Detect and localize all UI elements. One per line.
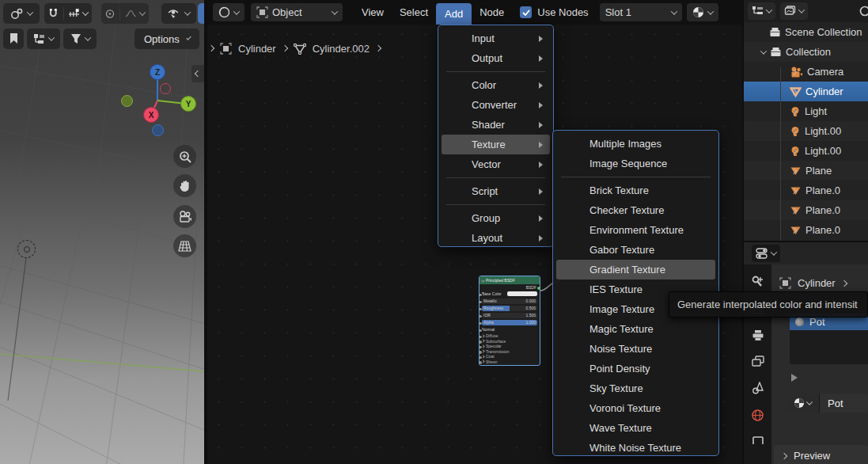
submenu-item-wave-texture[interactable]: Wave Texture [556, 418, 715, 438]
properties-editor[interactable]: Cylinder Pot Pot [744, 242, 868, 464]
pan-button[interactable] [173, 174, 196, 197]
expand-arrow-icon[interactable] [791, 374, 798, 382]
menu-item-converter[interactable]: Converter [442, 95, 550, 115]
node-input-roughness[interactable]: Roughness0.500 [482, 305, 537, 311]
editor-mode-button[interactable] [27, 29, 60, 49]
use-nodes-checkbox[interactable]: Use Nodes [520, 6, 588, 18]
sidebar-toggle-tab[interactable] [191, 65, 204, 82]
menu-view[interactable]: View [354, 6, 392, 18]
zoom-button[interactable] [173, 145, 196, 168]
tab-world-globe-icon[interactable] [751, 409, 764, 422]
menu-add[interactable]: Add [436, 3, 472, 25]
submenu-item-voronoi-texture[interactable]: Voronoi Texture [556, 398, 715, 418]
node-input-base-color[interactable]: Base Color [482, 291, 537, 297]
snapping-button-group[interactable] [44, 3, 92, 24]
tab-scene-icon[interactable] [752, 382, 764, 394]
node-input-ior[interactable]: IOR1.500 [482, 312, 537, 318]
submenu-item-magic-texture[interactable]: Magic Texture [556, 319, 715, 339]
node-output-bsdf[interactable]: BSDF [479, 284, 540, 291]
gizmo-x-axis[interactable]: X [143, 107, 159, 123]
submenu-arrow-icon [539, 162, 543, 168]
filter-button[interactable] [63, 29, 97, 49]
menu-item-layout[interactable]: Layout [442, 228, 550, 248]
submenu-item-noise-texture[interactable]: Noise Texture [556, 339, 715, 359]
material-browse-button[interactable] [786, 394, 819, 413]
preview-panel-header[interactable]: Preview [774, 445, 868, 464]
node-input-normal[interactable]: Normal [482, 326, 537, 333]
active-tool-button-cut[interactable] [198, 3, 204, 24]
grid-toggle-button[interactable] [173, 234, 196, 257]
tab-tool-wrench-icon[interactable] [751, 276, 764, 289]
color-swatch[interactable] [507, 291, 537, 296]
material-browse-button[interactable] [687, 3, 718, 21]
submenu-item-sky-texture[interactable]: Sky Texture [556, 378, 715, 398]
menu-item-vector[interactable]: Vector [442, 154, 550, 174]
gizmo-visibility-button[interactable] [161, 3, 196, 24]
outliner-row-plane-0b[interactable]: Plane.0 [744, 200, 868, 220]
gizmo-z-axis[interactable]: Z [150, 64, 165, 80]
material-sphere-icon [794, 397, 805, 409]
submenu-item-environment-texture[interactable]: Environment Texture [556, 220, 715, 240]
node-input-metallic[interactable]: Metallic0.000 [482, 298, 537, 304]
submenu-item-checker-texture[interactable]: Checker Texture [556, 200, 715, 220]
material-name-field[interactable]: Pot [819, 394, 868, 413]
tab-output-printer-icon[interactable] [752, 329, 764, 341]
outliner-row-plane[interactable]: Plane [744, 161, 868, 181]
outliner-row-collection[interactable]: Collection [744, 42, 868, 62]
gizmo-minus-x-axis[interactable] [160, 83, 171, 94]
submenu-item-image-sequence[interactable]: Image Sequence [556, 154, 715, 173]
outliner-row-plane-0a[interactable]: Plane.0 [744, 181, 868, 200]
outliner-display-mode-button[interactable] [780, 2, 808, 20]
menu-item-script[interactable]: Script [442, 181, 550, 201]
outliner-row-light-00b[interactable]: Light.00 [744, 141, 868, 161]
outliner-row-light[interactable]: Light [744, 101, 868, 121]
tab-view-layer-icon[interactable] [752, 356, 764, 367]
node-section-emission[interactable]: Emission [482, 364, 537, 366]
node-header[interactable]: Principled BSDF [479, 276, 540, 284]
expanded-chevron-icon[interactable] [760, 48, 767, 54]
properties-editor-type-button[interactable] [752, 245, 780, 262]
search-icon[interactable] [859, 5, 868, 19]
menu-node[interactable]: Node [472, 6, 512, 18]
outliner-row-cylinder[interactable]: Cylinder [744, 82, 868, 101]
menu-select[interactable]: Select [392, 6, 436, 18]
submenu-item-brick-texture[interactable]: Brick Texture [556, 181, 715, 200]
shader-type-dropdown[interactable]: Object [251, 3, 343, 21]
breadcrumb-object[interactable]: Cylinder [238, 43, 276, 55]
editor-type-button[interactable] [213, 3, 244, 21]
menu-item-output[interactable]: Output [442, 48, 550, 68]
menu-item-input[interactable]: Input [442, 29, 550, 48]
tab-object-icon[interactable] [752, 436, 764, 444]
principled-bsdf-node[interactable]: Principled BSDF BSDF Base Color Metallic… [479, 276, 540, 366]
outliner-row-scene-collection[interactable]: Scene Collection [744, 22, 868, 42]
outliner-row-camera[interactable]: Camera [744, 62, 868, 82]
submenu-item-white-noise-texture[interactable]: White Noise Texture [556, 438, 715, 458]
options-button[interactable]: Options [135, 29, 199, 49]
proportional-edit-button-group[interactable] [101, 3, 149, 24]
submenu-item-point-density[interactable]: Point Density [556, 359, 715, 378]
3d-viewport[interactable]: Options Z Y X [0, 0, 204, 464]
menu-item-color[interactable]: Color [442, 75, 550, 95]
tweak-tool-button[interactable] [3, 3, 40, 24]
submenu-item-gabor-texture[interactable]: Gabor Texture [556, 240, 715, 260]
breadcrumb-material[interactable]: Cylinder.002 [313, 43, 370, 55]
annotate-button[interactable] [3, 29, 24, 49]
panel-label: Preview [794, 450, 830, 462]
outliner-row-plane-0c[interactable]: Plane.0 [744, 220, 868, 240]
outliner[interactable]: Scene Collection Collection Camera Cylin… [744, 0, 868, 241]
outliner-editor-type-button[interactable] [748, 2, 775, 20]
gizmo-minus-y-axis[interactable] [121, 95, 133, 107]
camera-view-button[interactable] [173, 205, 196, 228]
slot-dropdown[interactable]: Slot 1 [600, 3, 682, 21]
submenu-item-gradient-texture[interactable]: Gradient Texture [556, 260, 715, 280]
menu-item-texture[interactable]: Texture [442, 135, 550, 154]
gizmo-minus-z-axis[interactable] [152, 124, 164, 136]
breadcrumb-object[interactable]: Cylinder [798, 277, 836, 289]
node-input-alpha[interactable]: Alpha1.000 [482, 319, 537, 325]
material-slot-list[interactable]: Pot [790, 314, 868, 364]
gizmo-y-axis[interactable]: Y [180, 96, 196, 112]
outliner-row-light-00[interactable]: Light.00 [744, 121, 868, 141]
menu-item-group[interactable]: Group [442, 208, 550, 228]
submenu-item-multiple-images[interactable]: Multiple Images [556, 134, 715, 154]
menu-item-shader[interactable]: Shader [442, 115, 550, 135]
